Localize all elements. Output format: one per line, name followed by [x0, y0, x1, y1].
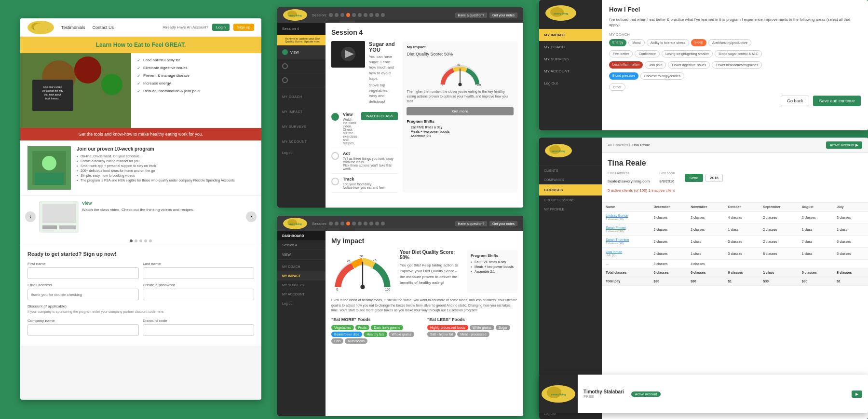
how-i-feel-title: How I Feel — [609, 6, 861, 13]
impact-description: Your Diet Quality Score: 50% You got thi… — [400, 250, 461, 293]
company-input[interactable] — [27, 324, 139, 336]
tag-mood[interactable]: Mood — [628, 39, 645, 46]
sidebar-alert[interactable]: ⚠ It's time to update your Diet Quality … — [277, 35, 326, 45]
p5-sidebar-logout[interactable]: Log out — [277, 299, 326, 308]
tag-feel-better[interactable]: Feel better — [609, 50, 633, 57]
food-tag-white-grains[interactable]: White grains — [470, 325, 494, 330]
tag-cholesterol[interactable]: Cholesterol/triglycerides — [640, 72, 684, 80]
dot-1[interactable] — [130, 239, 133, 242]
signup-button[interactable]: Sign up — [233, 24, 254, 31]
tag-weight[interactable]: Losing weight/getting smaller — [662, 50, 713, 57]
content-area: Sugar and YOU You can have sugar. Learn … — [331, 41, 517, 193]
slider-section: ‹ View Watch the class video. Check out … — [20, 196, 261, 237]
food-tag-beans[interactable]: Beans/bean dips — [331, 332, 362, 337]
panel2-body: Session 4 ⚠ It's time to update your Die… — [277, 23, 523, 208]
dot-2[interactable] — [135, 239, 137, 242]
food-tag-healthy-fats[interactable]: Healthy fats — [364, 332, 387, 337]
svg-text:100: 100 — [385, 288, 390, 291]
tag-inflammation[interactable]: Less inflammation — [609, 61, 643, 69]
panel5-notes-button[interactable]: Get your notes — [489, 221, 517, 226]
svg-text:you think about: you think about — [44, 93, 61, 96]
food-tag-leafy[interactable]: Dark leafy greens — [371, 325, 403, 330]
food-tag-sugar[interactable]: Sugar — [496, 325, 511, 330]
first-name-input[interactable] — [27, 267, 139, 279]
panel3-nav-my-account[interactable]: MY ACCOUNT — [539, 65, 602, 77]
panel3-logo: savory living — [539, 0, 602, 29]
login-button[interactable]: Login — [212, 24, 230, 31]
sidebar-nav-act[interactable] — [277, 59, 326, 73]
breadcrumb: All Coaches › Tina Reale — [608, 143, 650, 147]
food-tag-whole-grains[interactable]: Whole grains — [389, 332, 414, 337]
svg-text:25: 25 — [347, 259, 351, 263]
p5-sidebar-session4[interactable]: Session 4 — [277, 240, 326, 250]
tag-blood-pressure[interactable]: Blood pressure — [609, 72, 638, 80]
send-button[interactable]: Send — [685, 174, 704, 182]
svg-text:savory living: savory living — [33, 27, 48, 30]
nav-contact[interactable]: Contact Us — [93, 25, 114, 30]
question-button[interactable]: Have a question? — [455, 13, 487, 18]
p5-sidebar-my-account[interactable]: MY ACCOUNT — [277, 290, 326, 299]
dot-5[interactable] — [149, 239, 152, 242]
p5-sidebar-my-impact[interactable]: MY IMPACT — [277, 271, 326, 280]
food-tag-fish[interactable]: Fish — [331, 338, 343, 344]
food-tag-nuts[interactable]: Nuts/seeds — [345, 338, 367, 344]
tag-alert[interactable]: Alert/healthy/productive — [708, 39, 751, 46]
get-more-button[interactable]: Get more — [407, 107, 514, 115]
last-name-input[interactable] — [143, 267, 254, 279]
dot-4[interactable] — [144, 239, 147, 242]
tag-energy[interactable]: Energy — [609, 39, 626, 46]
table-row: Lindsay Burton 8 classes (10) 2 classes … — [602, 211, 868, 223]
arrive-account-button[interactable]: Arrive account ▶ — [826, 141, 862, 149]
food-tag-processed[interactable]: Highly processed foods — [427, 325, 468, 330]
food-tag-meat[interactable]: Meat - processed — [457, 332, 489, 337]
p5-sidebar-view[interactable]: VIEW — [277, 250, 326, 260]
tag-joint-pain[interactable]: Join pain — [645, 61, 666, 69]
panel6-arrive-button[interactable]: ▶ — [852, 391, 862, 398]
sidebar-logout[interactable]: Log out — [277, 147, 326, 158]
save-continue-button[interactable]: Save and continue — [813, 96, 861, 106]
panel3-nav-my-surveys[interactable]: MY SURVEYS — [539, 53, 602, 65]
nav-testimonials[interactable]: Testimonials — [61, 25, 85, 30]
activity-act: Act Tell us three things you took away f… — [331, 148, 398, 174]
year-button[interactable]: 2016 — [705, 174, 723, 182]
email-input[interactable] — [27, 289, 139, 300]
slider-prev[interactable]: ‹ — [25, 211, 36, 222]
activity-content-view: View Watch the class video. Check out th… — [343, 112, 357, 145]
panel4-nav-courses[interactable]: COURSES — [539, 184, 602, 196]
sidebar-nav-track[interactable] — [277, 73, 326, 87]
session-thumbnail — [331, 41, 365, 68]
data-table-container: Name December November October September… — [602, 203, 868, 286]
tag-other[interactable]: Other — [609, 84, 625, 91]
food-tag-fruits[interactable]: Fruits — [355, 325, 370, 330]
p5-sidebar-my-coach[interactable]: MY COACH — [277, 262, 326, 271]
panel3-nav-logout[interactable]: Log Out — [539, 77, 602, 89]
sidebar-section-surveys: MY SURVEYS — [277, 121, 326, 132]
svg-point-31 — [459, 83, 462, 86]
watch-class-button[interactable]: WATCH CLASS — [361, 112, 398, 120]
dot-3[interactable] — [139, 239, 142, 242]
sidebar-nav-view[interactable]: VIEW — [277, 45, 326, 59]
p5-dot-7 — [364, 222, 367, 225]
panel3-nav-my-coach[interactable]: MY COACH — [539, 41, 602, 53]
session-dot-8 — [369, 13, 373, 17]
tag-blood-sugar[interactable]: Blood sugar control & A1C — [715, 50, 762, 57]
discount-label: Discount (if applicable) — [27, 304, 254, 308]
table-row: Sarah Finney 8 classes (10) 2 classes 2 … — [602, 223, 868, 236]
tag-headaches[interactable]: Fewer headaches/migraines — [712, 61, 762, 69]
notes-button[interactable]: Get your notes — [489, 13, 517, 18]
food-tag-vegetables[interactable]: Vegetables — [331, 325, 354, 330]
tag-stress[interactable]: Ability to tolerate stress — [647, 39, 689, 46]
tag-sleep[interactable]: Sleep — [691, 39, 706, 46]
panel3-nav-my-impact[interactable]: MY IMPACT — [539, 29, 602, 41]
food-tag-salt[interactable]: Salt - higher fat — [427, 332, 456, 337]
tag-confidence[interactable]: Confidence — [635, 50, 659, 57]
slider-next[interactable]: › — [246, 211, 257, 222]
p5-sidebar-my-surveys[interactable]: MY SURVEYS — [277, 280, 326, 290]
back-button[interactable]: Go back — [781, 96, 810, 106]
activity-dot-act — [331, 152, 339, 160]
tag-digestive[interactable]: Fewer digestive issues — [668, 61, 710, 69]
panel5-question-button[interactable]: Have a question? — [455, 221, 487, 226]
password-input[interactable] — [143, 289, 254, 300]
p5-sidebar-dashboard[interactable]: DASHBOARD — [277, 231, 326, 240]
discount-code-input[interactable] — [143, 324, 254, 336]
